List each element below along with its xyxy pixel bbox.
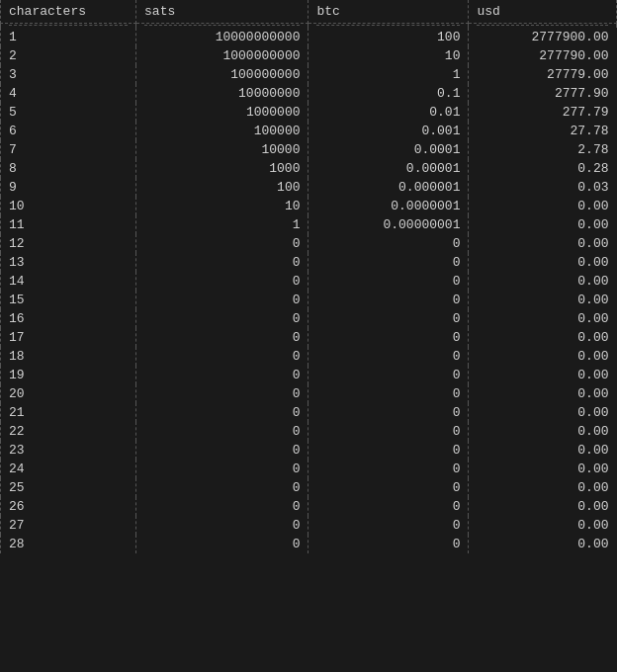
table-row: 3100000000127779.00 [1, 65, 617, 84]
cell-characters: 14 [1, 272, 136, 291]
cell-btc: 0 [308, 535, 469, 553]
cell-characters: 25 [1, 478, 136, 497]
cell-sats: 0 [136, 384, 308, 403]
cell-usd: 0.00 [469, 328, 617, 347]
cell-sats: 1000 [136, 159, 308, 178]
cell-btc: 0.00001 [308, 159, 469, 178]
cell-sats: 0 [136, 422, 308, 441]
cell-usd: 0.00 [469, 253, 617, 272]
table-row: 27000.00 [1, 516, 617, 535]
cell-sats: 0 [136, 535, 308, 553]
cell-sats: 0 [136, 328, 308, 347]
cell-usd: 0.00 [469, 497, 617, 516]
cell-characters: 7 [1, 140, 136, 159]
cell-characters: 9 [1, 178, 136, 197]
table-row: 16000.00 [1, 309, 617, 328]
table-row: 21000.00 [1, 403, 617, 422]
table-row: 91000.0000010.03 [1, 178, 617, 197]
cell-sats: 0 [136, 441, 308, 460]
cell-usd: 0.00 [469, 422, 617, 441]
cell-characters: 1 [1, 28, 136, 46]
table-row: 17000.00 [1, 328, 617, 347]
cell-sats: 1000000 [136, 103, 308, 122]
cell-usd: 0.28 [469, 159, 617, 178]
cell-sats: 1 [136, 215, 308, 234]
table-row: 23000.00 [1, 441, 617, 460]
cell-btc: 0 [308, 403, 469, 422]
cell-btc: 0.000001 [308, 178, 469, 197]
cell-usd: 0.00 [469, 384, 617, 403]
cell-usd: 0.00 [469, 272, 617, 291]
cell-sats: 10000000 [136, 84, 308, 103]
cell-characters: 3 [1, 65, 136, 84]
cell-btc: 0 [308, 441, 469, 460]
cell-usd: 277.79 [469, 103, 617, 122]
cell-btc: 10 [308, 46, 469, 65]
cell-btc: 0 [308, 497, 469, 516]
cell-btc: 1 [308, 65, 469, 84]
cell-characters: 12 [1, 234, 136, 253]
cell-btc: 0 [308, 516, 469, 535]
cell-btc: 0 [308, 272, 469, 291]
cell-btc: 0 [308, 460, 469, 478]
cell-usd: 0.00 [469, 309, 617, 328]
cell-sats: 0 [136, 460, 308, 478]
cell-sats: 1000000000 [136, 46, 308, 65]
cell-sats: 0 [136, 309, 308, 328]
cell-usd: 0.00 [469, 197, 617, 215]
table-row: 7100000.00012.78 [1, 140, 617, 159]
cell-btc: 0 [308, 253, 469, 272]
cell-btc: 0.0001 [308, 140, 469, 159]
table-row: 15000.00 [1, 291, 617, 309]
cell-sats: 0 [136, 516, 308, 535]
cell-usd: 0.00 [469, 516, 617, 535]
cell-btc: 0.0000001 [308, 197, 469, 215]
cell-sats: 0 [136, 497, 308, 516]
cell-usd: 0.00 [469, 347, 617, 366]
cell-characters: 20 [1, 384, 136, 403]
table-row: 25000.00 [1, 478, 617, 497]
cell-sats: 10000000000 [136, 28, 308, 46]
cell-characters: 23 [1, 441, 136, 460]
cell-characters: 21 [1, 403, 136, 422]
cell-characters: 4 [1, 84, 136, 103]
table-row: 2100000000010277790.00 [1, 46, 617, 65]
cell-usd: 0.00 [469, 478, 617, 497]
cell-btc: 0 [308, 384, 469, 403]
cell-characters: 2 [1, 46, 136, 65]
table-row: 510000000.01277.79 [1, 103, 617, 122]
cell-characters: 26 [1, 497, 136, 516]
cell-btc: 0.001 [308, 122, 469, 140]
cell-usd: 2777.90 [469, 84, 617, 103]
cell-sats: 10000 [136, 140, 308, 159]
table-row: 28000.00 [1, 535, 617, 553]
table-row: 20000.00 [1, 384, 617, 403]
cell-usd: 0.00 [469, 366, 617, 384]
cell-sats: 0 [136, 478, 308, 497]
cell-characters: 15 [1, 291, 136, 309]
cell-sats: 100 [136, 178, 308, 197]
table-row: 26000.00 [1, 497, 617, 516]
cell-btc: 0 [308, 328, 469, 347]
table-row: 61000000.00127.78 [1, 122, 617, 140]
data-table: characters sats btc usd 1100000000001002… [0, 0, 617, 553]
table-row: 12000.00 [1, 234, 617, 253]
cell-btc: 0.01 [308, 103, 469, 122]
cell-usd: 0.00 [469, 291, 617, 309]
cell-sats: 0 [136, 253, 308, 272]
cell-characters: 17 [1, 328, 136, 347]
cell-usd: 0.00 [469, 441, 617, 460]
cell-sats: 10 [136, 197, 308, 215]
table-row: 810000.000010.28 [1, 159, 617, 178]
table-row: 18000.00 [1, 347, 617, 366]
cell-usd: 0.00 [469, 234, 617, 253]
cell-sats: 0 [136, 403, 308, 422]
cell-usd: 0.00 [469, 215, 617, 234]
table-row: 10100.00000010.00 [1, 197, 617, 215]
cell-characters: 18 [1, 347, 136, 366]
cell-btc: 0.1 [308, 84, 469, 103]
cell-sats: 100000 [136, 122, 308, 140]
cell-btc: 0 [308, 366, 469, 384]
cell-sats: 0 [136, 291, 308, 309]
cell-usd: 0.03 [469, 178, 617, 197]
